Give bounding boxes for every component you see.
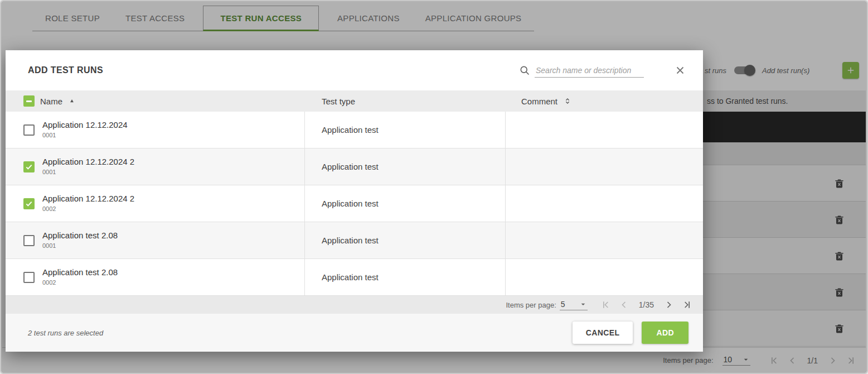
table-header-row: Name Test type Comment bbox=[6, 90, 703, 112]
test-run-code: 0001 bbox=[42, 132, 128, 140]
row-checkbox[interactable] bbox=[23, 161, 35, 172]
test-run-code: 0001 bbox=[42, 169, 134, 176]
test-run-row[interactable]: Application 12.12.2024 2 0001 Applicatio… bbox=[6, 148, 703, 185]
last-page-icon bbox=[681, 299, 692, 310]
first-page-button[interactable] bbox=[599, 298, 613, 312]
prev-page-button[interactable] bbox=[617, 298, 631, 312]
last-page-button[interactable] bbox=[680, 298, 694, 312]
dialog-pagination-bar: Items per page: 5 1/35 bbox=[6, 296, 703, 314]
row-checkbox[interactable] bbox=[23, 198, 35, 209]
row-checkbox[interactable] bbox=[23, 272, 35, 283]
test-run-name: Application 12.12.2024 2 bbox=[42, 157, 134, 167]
dialog-pager: 1/35 bbox=[599, 298, 694, 312]
page-indicator: 1/35 bbox=[639, 300, 654, 309]
column-header-comment[interactable]: Comment bbox=[521, 97, 557, 106]
search-icon bbox=[519, 65, 530, 76]
row-checkbox[interactable] bbox=[23, 235, 35, 246]
search-box bbox=[519, 64, 644, 78]
test-run-name: Application 12.12.2024 bbox=[42, 120, 128, 131]
add-button[interactable]: ADD bbox=[642, 322, 688, 344]
cancel-button[interactable]: CANCEL bbox=[573, 322, 633, 344]
add-test-runs-dialog: ADD TEST RUNS Name Test type bbox=[6, 50, 703, 352]
test-run-row[interactable]: Application 12.12.2024 2 0002 Applicatio… bbox=[6, 185, 703, 222]
test-run-row[interactable]: Application 12.12.2024 0001 Application … bbox=[6, 112, 703, 148]
items-per-page-label: Items per page: bbox=[506, 301, 556, 309]
test-run-code: 0001 bbox=[42, 242, 118, 250]
test-run-name: Application 12.12.2024 2 bbox=[42, 194, 134, 204]
test-run-code: 0002 bbox=[42, 279, 118, 287]
chevron-right-icon bbox=[663, 299, 675, 310]
next-page-button[interactable] bbox=[662, 298, 676, 312]
test-run-row[interactable]: Application test 2.08 0001 Application t… bbox=[6, 222, 703, 259]
test-run-name: Application test 2.08 bbox=[42, 267, 118, 278]
select-all-checkbox[interactable] bbox=[23, 95, 35, 107]
items-per-page-value: 5 bbox=[561, 300, 565, 309]
first-page-icon bbox=[600, 299, 612, 310]
test-run-type: Application test bbox=[322, 162, 379, 171]
test-run-code: 0002 bbox=[42, 205, 134, 213]
sort-icon[interactable] bbox=[563, 97, 572, 106]
row-checkbox[interactable] bbox=[23, 124, 35, 136]
check-icon bbox=[25, 162, 33, 171]
sort-ascending-icon[interactable] bbox=[68, 97, 76, 105]
caret-down-icon bbox=[579, 300, 588, 309]
column-header-name[interactable]: Name bbox=[40, 97, 62, 106]
dialog-header: ADD TEST RUNS bbox=[6, 50, 703, 90]
dialog-footer: 2 test runs are selected CANCEL ADD bbox=[6, 314, 703, 352]
items-per-page-select[interactable]: 5 bbox=[560, 300, 588, 310]
search-input[interactable] bbox=[535, 64, 644, 78]
dialog-title: ADD TEST RUNS bbox=[28, 65, 103, 75]
close-button[interactable] bbox=[672, 62, 688, 79]
chevron-left-icon bbox=[618, 299, 629, 310]
test-run-row[interactable]: Application test 2.08 0002 Application t… bbox=[6, 259, 703, 296]
check-icon bbox=[25, 199, 33, 208]
test-run-table-body: Application 12.12.2024 0001 Application … bbox=[6, 112, 703, 296]
test-run-type: Application test bbox=[322, 272, 379, 282]
test-run-type: Application test bbox=[322, 199, 379, 208]
column-header-test-type[interactable]: Test type bbox=[322, 97, 355, 106]
test-run-type: Application test bbox=[322, 236, 379, 245]
app-window: ROLE SETUP TEST ACCESS TEST RUN ACCESS A… bbox=[0, 0, 868, 374]
selection-summary: 2 test runs are selected bbox=[28, 329, 103, 337]
test-run-type: Application test bbox=[322, 125, 379, 135]
close-icon bbox=[674, 64, 686, 76]
test-run-name: Application test 2.08 bbox=[42, 231, 118, 241]
